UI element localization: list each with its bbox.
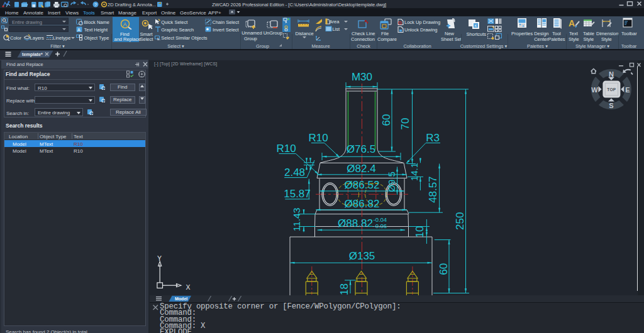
svg-text:N: N <box>609 70 614 78</box>
svg-text:S: S <box>609 102 613 109</box>
svg-text:250: 250 <box>454 212 466 230</box>
svg-text:Ø86.82: Ø86.82 <box>345 198 380 210</box>
svg-text:18: 18 <box>338 283 350 295</box>
svg-text:70: 70 <box>399 118 411 130</box>
svg-text:Ø82.4: Ø82.4 <box>347 163 375 175</box>
svg-text:A: A <box>569 18 575 28</box>
svg-text:X: X <box>186 283 191 291</box>
svg-text:A: A <box>123 21 127 27</box>
svg-text:Ø135: Ø135 <box>349 250 375 262</box>
svg-text:R10: R10 <box>308 132 328 144</box>
svg-text:48.57: 48.57 <box>428 176 440 203</box>
svg-text:R10: R10 <box>276 143 296 155</box>
svg-text:2.48: 2.48 <box>284 166 305 178</box>
svg-text:Y: Y <box>157 254 162 262</box>
svg-text:Ø76.5: Ø76.5 <box>347 143 375 155</box>
svg-text:-0.06: -0.06 <box>374 222 387 229</box>
svg-text:M30: M30 <box>352 71 372 83</box>
svg-text:template*: template* <box>22 52 43 57</box>
svg-text:15.87: 15.87 <box>284 188 311 200</box>
svg-text:K: K <box>475 24 477 28</box>
svg-text:A: A <box>77 27 80 31</box>
svg-text:10: 10 <box>414 226 426 238</box>
svg-text:TOP: TOP <box>607 87 616 92</box>
svg-text:Ø9.5: Ø9.5 <box>386 172 397 192</box>
svg-text:W: W <box>591 86 598 94</box>
svg-text:Model: Model <box>175 297 187 301</box>
svg-text:11.43: 11.43 <box>291 208 302 232</box>
svg-text:Ø88.82: Ø88.82 <box>338 217 373 229</box>
svg-text:E: E <box>625 86 630 94</box>
svg-text:R3: R3 <box>426 132 440 144</box>
svg-text:14.1: 14.1 <box>409 163 419 181</box>
svg-text:60: 60 <box>380 114 392 126</box>
svg-text:Ø86.52: Ø86.52 <box>345 179 380 191</box>
svg-text:60: 60 <box>438 263 450 275</box>
